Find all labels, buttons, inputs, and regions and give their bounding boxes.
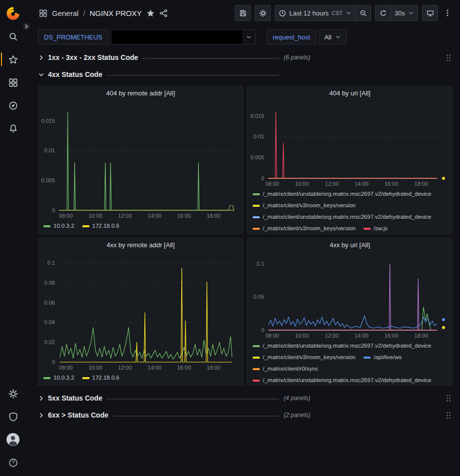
panel-title[interactable]: 4xx by uri [All] [248, 238, 452, 252]
top-navigation: General / NGINX PROXY [26, 0, 460, 26]
legend-item[interactable]: /_matrix/client/v3/room_keys/version [253, 223, 356, 233]
user-avatar[interactable] [0, 428, 26, 451]
timeseries-chart[interactable]: 00.020.040.060.080.108:0010:0012:0014:00… [38, 252, 243, 372]
chevron-right-icon [38, 395, 48, 402]
chevron-down-icon [242, 30, 255, 44]
chevron-right-icon [38, 412, 48, 419]
svg-text:12:00: 12:00 [325, 181, 339, 187]
breadcrumb-separator: / [83, 9, 85, 17]
svg-text:0.06: 0.06 [44, 300, 55, 306]
svg-text:08:00: 08:00 [59, 365, 73, 371]
datasource-variable-value-redacted [111, 30, 242, 44]
chevron-down-icon [335, 34, 341, 40]
svg-text:0.1: 0.1 [257, 261, 264, 267]
svg-text:16:00: 16:00 [385, 181, 399, 187]
svg-text:10:00: 10:00 [295, 181, 309, 187]
sidebar: ? [0, 0, 26, 476]
row-title: 4xx Status Code [48, 70, 102, 78]
dashboard-settings-button[interactable] [255, 5, 271, 21]
panel-title[interactable]: 404 by uri [All] [248, 86, 452, 100]
server-admin-shield-icon[interactable] [0, 405, 26, 428]
grafana-app: ? General / NGINX PROXY [0, 0, 460, 476]
svg-text:14:00: 14:00 [148, 365, 162, 371]
refresh-interval-label: 30s [395, 9, 405, 17]
legend-item[interactable]: /_matrix/client/v3/room_keys/version [253, 200, 356, 211]
alerting-bell-icon[interactable] [0, 117, 26, 140]
row-drag-handle[interactable] [446, 54, 451, 61]
help-icon[interactable]: ? [0, 451, 26, 474]
save-dashboard-button[interactable] [235, 5, 251, 21]
row-panel-count: (4 panels) [284, 395, 310, 402]
legend-item[interactable]: /_matrix/client/unstable/org.matrix.msc2… [253, 188, 432, 200]
svg-text:14:00: 14:00 [355, 333, 369, 339]
chevron-down-icon [346, 10, 352, 16]
chevron-down-icon [408, 10, 414, 16]
request-host-variable-label[interactable]: request_host [267, 29, 316, 44]
legend-item[interactable]: 172.18.0.6 [82, 372, 119, 384]
explore-compass-icon[interactable] [0, 94, 26, 117]
svg-text:0.08: 0.08 [44, 280, 55, 286]
request-host-variable-select[interactable]: All [319, 29, 346, 44]
zoom-out-button[interactable] [355, 5, 371, 21]
legend-item[interactable]: /_matrix/client/unstable/org.matrix.msc2… [253, 211, 432, 223]
legend-item[interactable]: /sw.js [364, 223, 388, 233]
legend-item[interactable]: /_matrix/client/v3/room_keys/version [253, 352, 356, 363]
breadcrumb-section[interactable]: General [52, 9, 78, 17]
row-drag-handle[interactable] [446, 412, 451, 419]
tv-mode-button[interactable] [422, 5, 438, 21]
legend-item[interactable]: /_matrix/client/r0/sync [253, 363, 318, 375]
row-title: 6xx > Status Code [48, 411, 108, 419]
refresh-interval-dropdown[interactable]: 30s [391, 5, 418, 21]
legend-item[interactable]: 172.18.0.6 [82, 220, 119, 232]
dashboard-variables-bar: DS_PROMETHEUS request_host All [26, 26, 460, 48]
legend-item[interactable]: /_matrix/client/unstable/org.matrix.msc2… [253, 340, 432, 352]
legend-item[interactable]: /_matrix/client/unstable/org.matrix.msc2… [253, 375, 432, 385]
svg-text:0: 0 [52, 359, 55, 365]
legend-item[interactable]: /api/live/ws [364, 352, 402, 363]
request-host-variable-value: All [324, 33, 331, 41]
panel-4xx-by-uri: 4xx by uri [All] 00.050.108:0010:0012:00… [247, 238, 453, 386]
svg-text:16:00: 16:00 [177, 213, 191, 219]
panel-grid: 404 by remote addr [All] 00.0050.010.015… [38, 86, 453, 386]
row-panel-count: (6 panels) [284, 54, 310, 61]
settings-gear-icon[interactable] [0, 382, 26, 405]
svg-text:0: 0 [261, 327, 264, 333]
grafana-logo[interactable] [0, 2, 26, 25]
share-icon[interactable] [159, 9, 168, 17]
row-header-6xx[interactable]: 6xx > Status Code (2 panels) [38, 409, 453, 422]
svg-text:08:00: 08:00 [265, 181, 279, 187]
timeseries-chart[interactable]: 00.0050.010.01508:0010:0012:0014:0016:00… [248, 100, 452, 188]
panel-title[interactable]: 4xx by remote addr [All] [38, 238, 243, 252]
sidebar-expand-button[interactable] [22, 22, 30, 30]
row-header-5xx[interactable]: 5xx Status Code (4 panels) [38, 392, 453, 405]
svg-text:16:00: 16:00 [177, 365, 191, 371]
row-drag-handle[interactable] [446, 395, 451, 402]
panel-title[interactable]: 404 by remote addr [All] [38, 86, 243, 100]
datasource-variable-select[interactable] [111, 29, 256, 44]
dotted-leader [107, 75, 279, 76]
time-range-label: Last 12 hours [289, 9, 329, 17]
time-range-picker[interactable]: Last 12 hours CST [275, 5, 356, 21]
panel-4xx-by-remote-addr: 4xx by remote addr [All] 00.020.040.060.… [38, 238, 243, 386]
dotted-leader [143, 58, 279, 59]
dashboard-canvas: 1xx - 3xx - 2xx Status Code (6 panels) 4… [26, 48, 460, 476]
timeseries-chart[interactable]: 00.050.108:0010:0012:0014:0016:0018:00 [248, 252, 452, 340]
legend-item[interactable]: 10.0.3.2 [43, 220, 74, 232]
legend-item[interactable]: 10.0.3.2 [43, 372, 74, 384]
svg-text:14:00: 14:00 [355, 181, 369, 187]
svg-text:12:00: 12:00 [118, 213, 132, 219]
kebab-menu-icon[interactable] [442, 9, 453, 17]
favorite-star-icon[interactable] [146, 9, 155, 17]
dashboards-icon[interactable] [0, 71, 26, 94]
search-icon[interactable] [0, 25, 26, 48]
row-header-1xx-3xx-2xx[interactable]: 1xx - 3xx - 2xx Status Code (6 panels) [38, 51, 453, 64]
starred-dashboards-icon[interactable] [0, 48, 26, 71]
datasource-variable-label[interactable]: DS_PROMETHEUS [38, 29, 108, 44]
refresh-button[interactable] [375, 5, 391, 21]
svg-text:08:00: 08:00 [265, 333, 279, 339]
svg-text:0.005: 0.005 [41, 177, 55, 183]
row-header-4xx[interactable]: 4xx Status Code [38, 68, 453, 81]
svg-text:18:00: 18:00 [415, 333, 429, 339]
timeseries-chart[interactable]: 00.0050.010.01508:0010:0012:0014:0016:00… [38, 100, 243, 220]
svg-text:18:00: 18:00 [415, 181, 429, 187]
